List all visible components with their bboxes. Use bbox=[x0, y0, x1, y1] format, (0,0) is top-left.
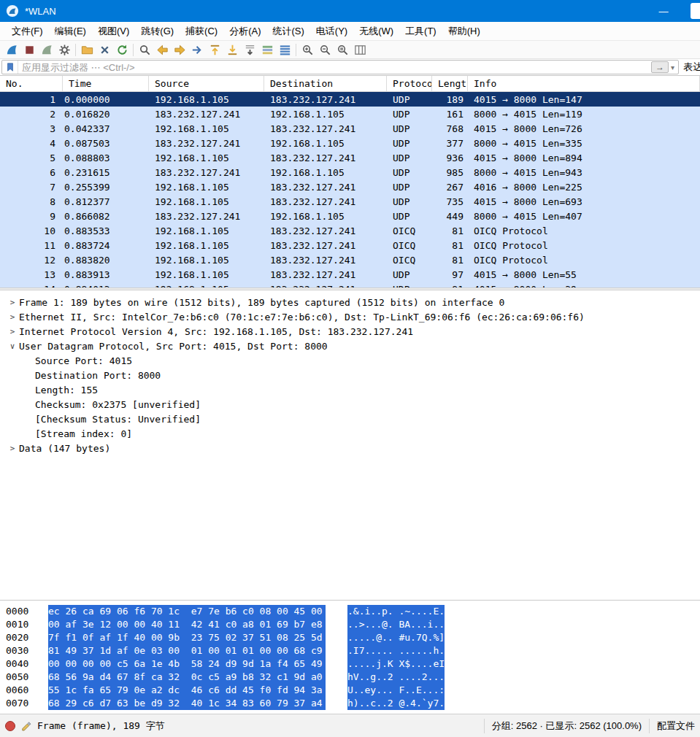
auto-scroll-button[interactable] bbox=[241, 42, 258, 58]
detail-row[interactable]: ∨ User Datagram Protocol, Src Port: 4015… bbox=[0, 339, 700, 353]
go-forward-button[interactable] bbox=[171, 42, 188, 58]
display-filter-input[interactable] bbox=[18, 62, 651, 73]
hex-row[interactable]: 001000 af 3e 12 00 00 40 11 42 41 c0 a8 … bbox=[6, 618, 700, 631]
hex-ascii[interactable]: .&.i..p. .~....E. bbox=[347, 605, 445, 618]
hex-row[interactable]: 006055 1c fa 65 79 0e a2 dc 46 c6 dd 45 … bbox=[6, 684, 700, 697]
restart-capture-button[interactable] bbox=[38, 42, 55, 58]
hex-row[interactable]: 003081 49 37 1d af 0e 03 00 01 00 01 01 … bbox=[6, 644, 700, 657]
detail-row[interactable]: > Internet Protocol Version 4, Src: 192.… bbox=[0, 324, 700, 339]
bookmark-icon[interactable] bbox=[2, 61, 18, 74]
find-packet-button[interactable] bbox=[136, 42, 153, 58]
menu-item[interactable]: 编辑(E) bbox=[49, 22, 92, 41]
menu-item[interactable]: 文件(F) bbox=[6, 22, 49, 41]
menu-item[interactable]: 帮助(H) bbox=[442, 22, 486, 41]
expression-button[interactable]: 表达式 bbox=[679, 61, 700, 74]
detail-row[interactable]: Length: 155 bbox=[0, 382, 700, 397]
resize-columns-button[interactable] bbox=[351, 42, 369, 58]
start-capture-button[interactable] bbox=[3, 42, 20, 58]
close-file-button[interactable] bbox=[96, 42, 113, 58]
go-to-last-button[interactable] bbox=[223, 42, 241, 58]
capture-options-button[interactable] bbox=[55, 42, 73, 58]
hex-bytes[interactable]: 55 1c fa 65 79 0e a2 dc 46 c6 dd 45 f0 f… bbox=[48, 684, 326, 697]
colorize-button[interactable] bbox=[258, 42, 276, 58]
hex-row[interactable]: 004000 00 00 00 c5 6a 1e 4b 58 24 d9 9d … bbox=[6, 657, 700, 671]
expander-icon[interactable]: > bbox=[6, 327, 19, 336]
packet-row[interactable]: 2 0.016820 183.232.127.241 192.168.1.105… bbox=[0, 107, 700, 121]
detail-row[interactable]: [Checksum Status: Unverified] bbox=[0, 412, 700, 426]
filter-dropdown-caret-icon[interactable]: ▾ bbox=[671, 63, 674, 72]
go-to-packet-button[interactable] bbox=[188, 42, 206, 58]
display-filter-field[interactable]: → ▾ bbox=[1, 60, 679, 74]
hex-ascii[interactable]: hV..g..2 ....2... bbox=[347, 671, 445, 684]
hex-bytes[interactable]: 68 29 c6 d7 63 be d9 32 40 1c 34 83 60 7… bbox=[48, 697, 326, 710]
hex-bytes[interactable]: 81 49 37 1d af 0e 03 00 01 00 01 01 00 0… bbox=[48, 644, 326, 657]
apply-filter-button[interactable]: → bbox=[651, 61, 669, 73]
hex-row[interactable]: 007068 29 c6 d7 63 be d9 32 40 1c 34 83 … bbox=[6, 697, 700, 710]
hex-row[interactable]: 00207f f1 0f af 1f 40 00 9b 23 75 02 37 … bbox=[6, 631, 700, 644]
menu-item[interactable]: 工具(T) bbox=[399, 22, 442, 41]
hex-bytes[interactable]: ec 26 ca 69 06 f6 70 1c e7 7e b6 c0 08 0… bbox=[48, 605, 326, 618]
capture-comment-pencil-icon[interactable] bbox=[20, 720, 32, 732]
reload-file-button[interactable] bbox=[113, 42, 131, 58]
zoom-out-button[interactable] bbox=[316, 42, 334, 58]
hex-ascii[interactable]: ..>...@. BA...i.. bbox=[347, 618, 445, 631]
menu-item[interactable]: 统计(S) bbox=[266, 22, 309, 41]
minimize-button[interactable]: — bbox=[647, 0, 680, 22]
detail-row[interactable]: > Data (147 bytes) bbox=[0, 441, 700, 455]
go-back-button[interactable] bbox=[153, 42, 171, 58]
column-header-time[interactable]: Time bbox=[63, 76, 149, 91]
hex-ascii[interactable]: U..ey... F..E...: bbox=[347, 684, 445, 697]
menu-item[interactable]: 视图(V) bbox=[92, 22, 135, 41]
packet-row[interactable]: 6 0.231615 183.232.127.241 192.168.1.105… bbox=[0, 165, 700, 180]
column-header-info[interactable]: Info bbox=[468, 76, 700, 91]
detail-row[interactable]: > Frame 1: 189 bytes on wire (1512 bits)… bbox=[0, 295, 700, 309]
column-header-no[interactable]: No. bbox=[0, 76, 63, 91]
packet-row[interactable]: 12 0.883820 192.168.1.105 183.232.127.24… bbox=[0, 252, 700, 267]
packet-row[interactable]: 14 0.884013 192.168.1.105 183.232.127.24… bbox=[0, 282, 700, 288]
expander-icon[interactable]: > bbox=[6, 444, 19, 453]
column-header-protocol[interactable]: Protocol bbox=[387, 76, 432, 91]
packet-row[interactable]: 3 0.042337 192.168.1.105 183.232.127.241… bbox=[0, 121, 700, 136]
menu-item[interactable]: 跳转(G) bbox=[135, 22, 180, 41]
hex-ascii[interactable]: .I7..... ......h. bbox=[347, 644, 445, 657]
detail-row[interactable]: Destination Port: 8000 bbox=[0, 368, 700, 382]
hex-ascii[interactable]: h)..c..2 @.4.`y7. bbox=[347, 697, 445, 710]
stop-capture-button[interactable] bbox=[20, 42, 38, 58]
menu-item[interactable]: 分析(A) bbox=[223, 22, 266, 41]
expert-info-icon[interactable] bbox=[5, 721, 15, 731]
hex-bytes[interactable]: 7f f1 0f af 1f 40 00 9b 23 75 02 37 51 0… bbox=[48, 631, 326, 644]
menu-item[interactable]: 电话(Y) bbox=[310, 22, 353, 41]
zoom-in-button[interactable] bbox=[299, 42, 316, 58]
profile-button[interactable]: 配置文件 bbox=[649, 719, 700, 733]
packet-row[interactable]: 1 0.000000 192.168.1.105 183.232.127.241… bbox=[0, 92, 700, 107]
detail-row[interactable]: Checksum: 0x2375 [unverified] bbox=[0, 397, 700, 412]
hex-bytes[interactable]: 00 af 3e 12 00 00 40 11 42 41 c0 a8 01 6… bbox=[48, 618, 326, 631]
open-file-button[interactable] bbox=[78, 42, 96, 58]
detail-row[interactable]: [Stream index: 0] bbox=[0, 426, 700, 441]
packet-row[interactable]: 13 0.883913 192.168.1.105 183.232.127.24… bbox=[0, 267, 700, 282]
expander-icon[interactable]: ∨ bbox=[6, 342, 19, 351]
packet-row[interactable]: 10 0.883533 192.168.1.105 183.232.127.24… bbox=[0, 223, 700, 238]
packet-row[interactable]: 7 0.255399 192.168.1.105 183.232.127.241… bbox=[0, 180, 700, 194]
zoom-original-button[interactable] bbox=[334, 42, 351, 58]
go-to-first-button[interactable] bbox=[206, 42, 223, 58]
column-header-destination[interactable]: Destination bbox=[264, 76, 387, 91]
expander-icon[interactable]: > bbox=[6, 298, 19, 307]
packet-row[interactable]: 4 0.087503 183.232.127.241 192.168.1.105… bbox=[0, 136, 700, 150]
detail-row[interactable]: Source Port: 4015 bbox=[0, 353, 700, 368]
packet-row[interactable]: 9 0.866082 183.232.127.241 192.168.1.105… bbox=[0, 209, 700, 223]
hex-row[interactable]: 0000ec 26 ca 69 06 f6 70 1c e7 7e b6 c0 … bbox=[6, 605, 700, 618]
expander-icon[interactable]: > bbox=[6, 312, 19, 322]
packet-row[interactable]: 11 0.883724 192.168.1.105 183.232.127.24… bbox=[0, 238, 700, 252]
menu-item[interactable]: 捕获(C) bbox=[180, 22, 223, 41]
hex-row[interactable]: 005068 56 9a d4 67 8f ca 32 0c c5 a9 b8 … bbox=[6, 671, 700, 684]
packet-row[interactable]: 5 0.088803 192.168.1.105 183.232.127.241… bbox=[0, 150, 700, 165]
packet-row[interactable]: 8 0.812377 192.168.1.105 183.232.127.241… bbox=[0, 194, 700, 209]
maximize-button-partial[interactable] bbox=[691, 3, 700, 19]
column-header-source[interactable]: Source bbox=[149, 76, 264, 91]
hex-ascii[interactable]: .....@.. #u.7Q.%] bbox=[347, 631, 445, 644]
hex-bytes[interactable]: 00 00 00 00 c5 6a 1e 4b 58 24 d9 9d 1a f… bbox=[48, 657, 326, 671]
hex-bytes[interactable]: 68 56 9a d4 67 8f ca 32 0c c5 a9 b8 32 c… bbox=[48, 671, 326, 684]
hex-ascii[interactable]: .....j.K X$....eI bbox=[347, 657, 445, 671]
packet-list-view-button[interactable] bbox=[276, 42, 293, 58]
